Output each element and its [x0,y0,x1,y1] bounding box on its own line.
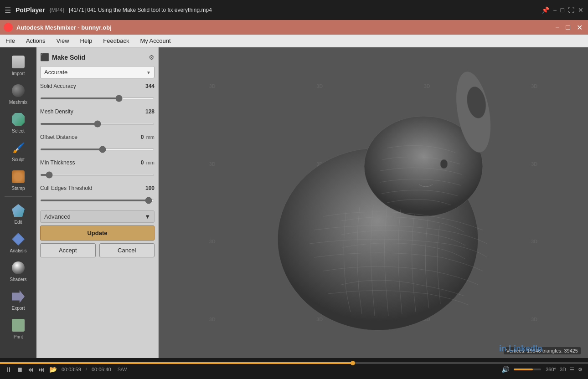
linkedin-watermark: in LinkedIn [499,344,542,353]
solid-accuracy-slider[interactable] [40,97,155,99]
sidebar-divider [5,196,32,197]
mm-window-buttons: − □ ✕ [553,23,584,32]
hamburger-icon[interactable]: ☰ [5,6,11,15]
min-thickness-slider-container [40,169,155,178]
volume-bar[interactable] [514,369,541,370]
volume-icon[interactable]: 🔊 [501,366,509,373]
mm-make-solid-panel: ⬛ Make Solid ⚙ Accurate Fast Sharp Featu… [36,47,159,358]
sidebar-item-analysis-label: Analysis [10,248,26,253]
next-button[interactable]: ⏭ [38,366,45,373]
sidebar-item-stamp[interactable]: Stamp [2,166,35,194]
sidebar-item-select[interactable]: Select [2,108,35,136]
sidebar-item-meshmix-label: Meshmix [9,100,27,105]
solid-accuracy-row: Solid Accuracy 344 [40,83,155,89]
cull-edges-label: Cull Edges Threshold [40,185,93,191]
menu-file[interactable]: File [4,36,17,45]
cull-edges-slider-container [40,195,155,203]
potplayer-close-button[interactable]: ✕ [578,6,583,14]
sidebar-item-analysis[interactable]: Analysis [2,228,35,256]
mm-restore-button[interactable]: □ [564,23,572,32]
settings-button[interactable]: ⚙ [578,367,583,373]
cancel-button[interactable]: Cancel [99,243,155,257]
mm-window-title: Autodesk Meshmixer - bunnyr.obj [16,24,112,31]
offset-distance-value: 0 mm [141,134,155,140]
mesh-density-slider[interactable] [40,123,155,125]
open-button[interactable]: 📂 [49,366,57,373]
potplayer-minimize-button[interactable]: − [553,6,557,14]
menu-feedback[interactable]: Feedback [101,36,131,45]
sidebar-item-print-label: Print [14,334,23,339]
shaders-icon [10,260,26,276]
solid-accuracy-value: 344 [145,83,155,89]
sidebar-item-shaders-label: Shaders [10,277,26,282]
sidebar-item-export-label: Export [12,306,25,311]
progress-bar[interactable] [0,362,588,364]
accept-cancel-row: Accept Cancel [40,243,155,257]
potplayer-format: {MP4} [50,7,65,13]
min-thickness-label: Min Thickness [40,159,75,166]
potplayer-pin-button[interactable]: 📌 [542,6,549,14]
mm-minimize-button[interactable]: − [553,23,561,32]
prev-button[interactable]: ⏮ [27,366,34,373]
min-thickness-value: 0 mm [141,159,155,166]
sw-label: S/W [118,367,127,372]
mm-close-button[interactable]: ✕ [575,23,584,32]
progress-fill [0,362,353,364]
potplayer-window-controls: 📌 − □ ⛶ ✕ [542,6,583,14]
sidebar-item-print[interactable]: Print [2,314,35,342]
panel-title: Make Solid [52,54,85,61]
time-separator: / [86,367,87,372]
mm-sidebar: Import Meshmix Select 🖌️ Sculpt [0,47,36,358]
solid-accuracy-label: Solid Accuracy [40,83,76,89]
stop-button[interactable]: ⏹ [16,366,23,373]
solid-accuracy-slider-container [40,93,155,101]
update-button[interactable]: Update [40,225,155,241]
3d-button[interactable]: 3D [560,367,566,372]
offset-distance-slider[interactable] [40,149,155,150]
cull-edges-row: Cull Edges Threshold 100 [40,185,155,191]
mode-dropdown[interactable]: Accurate Fast Sharp Features [40,66,155,78]
cull-edges-slider[interactable] [40,200,155,201]
potplayer-fullscreen-button[interactable]: ⛶ [568,6,574,14]
advanced-dropdown[interactable]: Advanced ▼ [40,210,155,223]
potplayer-restore-button[interactable]: □ [561,6,564,14]
mesh-density-row: Mesh Density 128 [40,108,155,115]
menu-help[interactable]: Help [78,36,94,45]
sidebar-item-edit[interactable]: Edit [2,200,35,227]
cube-icon: ⬛ [40,53,49,61]
stamp-icon [10,169,26,185]
import-icon [10,54,26,70]
mm-viewport[interactable]: 3D 3D 3D 3D 3D 3D 3D 3D 3D 3D 3D 3D 3D 3… [159,47,588,358]
list-button[interactable]: ☰ [570,367,574,373]
sidebar-item-meshmix[interactable]: Meshmix [2,80,35,108]
bunny-mesh-viewport [159,47,588,358]
right-controls: 360° 3D ☰ ⚙ [546,367,583,373]
sidebar-item-sculpt[interactable]: 🖌️ Sculpt [2,137,35,165]
bunny-svg [186,57,560,348]
menu-myaccount[interactable]: My Account [138,36,172,45]
mesh-density-label: Mesh Density [40,108,73,115]
min-thickness-slider[interactable] [40,174,155,176]
sidebar-item-export[interactable]: Export [2,286,35,313]
accept-button[interactable]: Accept [40,243,96,257]
progress-thumb [351,361,355,365]
play-pause-button[interactable]: ⏸ [5,366,12,373]
sidebar-item-edit-label: Edit [14,220,22,225]
mesh-density-slider-container [40,118,155,127]
export-icon [10,288,26,305]
advanced-dropdown-wrapper: Advanced ▼ [40,209,155,223]
sidebar-item-import[interactable]: Import [2,51,35,79]
time-current: 00:03:59 [62,367,81,372]
360-button[interactable]: 360° [546,367,556,372]
sidebar-item-shaders[interactable]: Shaders [2,257,35,285]
analysis-icon [10,231,26,247]
menu-view[interactable]: View [55,36,71,45]
advanced-arrow-icon: ▼ [144,213,150,220]
time-total: 00:06:40 [92,367,111,372]
gear-icon[interactable]: ⚙ [149,54,155,61]
min-thickness-row: Min Thickness 0 mm [40,159,155,166]
offset-distance-row: Offset Distance 0 mm [40,134,155,140]
menu-actions[interactable]: Actions [24,36,47,45]
mm-titlebar: Autodesk Meshmixer - bunnyr.obj − □ ✕ [0,20,588,35]
potplayer-controls-bar: ⏸ ⏹ ⏮ ⏭ 📂 00:03:59 / 00:06:40 S/W 🔊 360°… [0,364,588,375]
